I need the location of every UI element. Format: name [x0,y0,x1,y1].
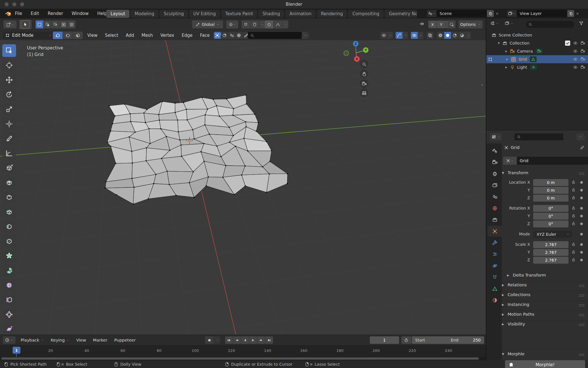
snap-target-dropdown[interactable] [250,20,259,28]
visibility-eye-icon[interactable] [380,32,387,39]
expand-arrow[interactable]: ▶ [505,50,510,53]
keying-set-dropdown[interactable] [214,336,220,344]
disable-in-renders-icon[interactable] [581,41,585,45]
disable-in-renders-icon[interactable] [581,49,585,53]
tool-extrude-region[interactable] [2,176,16,189]
lock-icon[interactable] [571,258,576,262]
scene-copy-button[interactable] [487,10,494,17]
overlays-icon[interactable] [411,32,418,39]
hide-in-viewport-icon[interactable] [573,49,578,53]
timeline-menu-playback[interactable]: Playback [21,338,44,342]
hide-in-viewport-icon[interactable] [573,57,578,62]
select-mode-subtract[interactable] [52,20,59,28]
animate-dot-icon[interactable] [580,243,583,246]
auto-keying-toggle[interactable] [205,336,214,344]
lock-icon[interactable] [571,188,576,192]
outliner-row-collection[interactable]: ▼Collection [486,39,588,47]
shading-solid-icon[interactable] [444,32,451,39]
snap-magnet-toggle[interactable] [241,20,250,28]
tool-shrink-fatten[interactable] [2,308,16,321]
panel-drag-handle[interactable] [579,284,585,287]
overlays-toggle-group[interactable] [411,32,423,39]
mirror-icon[interactable] [419,21,425,26]
viewport-menu-face[interactable]: Face [200,33,210,38]
viewport-menu-add[interactable]: Add [126,33,134,38]
transform-field-scale-x[interactable]: 2.767 [533,241,568,248]
tool-smooth[interactable] [2,279,16,292]
previous-keyframe-button[interactable] [233,336,241,344]
disable-in-renders-icon[interactable] [581,57,585,62]
viewport-menu-view[interactable]: View [87,33,98,38]
properties-editor-type-dropdown[interactable] [490,133,502,141]
morphle-button[interactable]: Morphle! [505,360,585,368]
viewport-toggle-4-icon[interactable] [235,32,242,39]
timeline-menu-marker[interactable]: Marker [93,338,107,342]
editor-type-dropdown[interactable] [3,336,16,344]
tool-add-cube[interactable] [2,162,16,174]
view-layer-browse-button[interactable] [507,10,517,17]
outliner-search-input[interactable] [526,21,574,28]
mesh-data-icon[interactable] [530,56,537,62]
active-tool-dropdown[interactable] [3,20,17,28]
transform-field-y[interactable]: 0 m [533,187,568,194]
tool-cursor[interactable] [2,59,16,72]
tool-select-box[interactable] [2,44,16,57]
proportional-editing-toggle[interactable] [265,20,273,28]
tab-layout[interactable]: Layout [106,10,129,18]
lock-icon[interactable] [571,180,576,184]
tool-shear[interactable] [2,323,16,335]
panel-header-collections[interactable]: ▶Collections [502,292,530,297]
outliner-filter-id-dropdown[interactable] [505,21,513,26]
outliner-row-camera[interactable]: ▶Camera [486,47,588,55]
animate-dot-icon[interactable] [580,181,583,184]
outliner-row-light[interactable]: ▶Light [486,63,588,71]
timeline-menu-view[interactable]: View [76,338,86,342]
lock-icon[interactable] [571,195,576,200]
tab-uv-editing[interactable]: UV Editing [189,10,220,18]
outliner-row-scene-collection[interactable]: Scene Collection [486,31,588,39]
select-box-tool-button[interactable] [19,20,32,29]
shading-wireframe-icon[interactable] [437,32,444,39]
transform-field-y[interactable]: 0° [533,213,568,220]
select-mode-face[interactable] [73,32,83,39]
panel-drag-handle[interactable] [579,294,585,297]
tool-knife[interactable] [2,235,16,248]
scene-unlink-button[interactable] [494,10,500,17]
gizmo-icon[interactable] [396,32,403,39]
lock-icon[interactable] [571,242,576,246]
gizmos-toggle-group[interactable] [396,32,408,39]
menu-window[interactable]: Window [72,11,89,16]
panel-drag-handle[interactable] [579,323,585,326]
view-layer-name-field[interactable]: View Layer [517,10,567,17]
3d-viewport[interactable]: User Perspective (1) Grid ZYX ‹ [0,40,486,335]
jump-to-start-button[interactable] [225,336,233,344]
tool-transform[interactable] [2,118,16,130]
sidebar-collapse-chevron[interactable]: ‹ [481,82,483,87]
lock-icon[interactable] [571,221,576,226]
tool-annotate[interactable] [2,132,16,145]
expand-arrow[interactable]: ▼ [498,42,502,45]
show-gizmo-dropdown[interactable] [380,32,393,39]
outliner-row-grid[interactable]: ▶Grid [486,55,588,63]
delta-transform-panel-header[interactable]: ▶ Delta Transform [507,273,546,277]
transform-panel-header[interactable]: ▼ Transform [502,170,528,175]
mirror-x-toggle[interactable]: X [428,21,437,28]
tool-measure[interactable] [2,147,16,160]
panel-header-instancing[interactable]: ▶Instancing [502,302,529,307]
proportional-chevron[interactable] [283,20,288,28]
animate-dot-icon[interactable] [580,215,583,217]
tab-compositing[interactable]: Compositing [348,10,384,18]
jump-to-end-button[interactable] [265,336,273,344]
morphle-drag-handle[interactable] [579,353,585,356]
hide-in-viewport-icon[interactable] [573,41,578,45]
tab-geometry-nodes[interactable]: Geometry Nodes [384,10,417,18]
timeline-scrollbar-thumb[interactable] [1,357,479,360]
hide-in-viewport-icon[interactable] [573,65,578,70]
snap-target-button[interactable] [448,20,456,28]
xray-toggle[interactable] [427,32,434,39]
tool-poly-build[interactable] [2,250,16,262]
transform-field-y[interactable]: 2.767 [533,249,568,256]
object-name-field[interactable]: Grid [517,157,588,165]
properties-tab-constraints[interactable] [488,272,502,283]
camera-data-icon[interactable] [536,48,543,54]
